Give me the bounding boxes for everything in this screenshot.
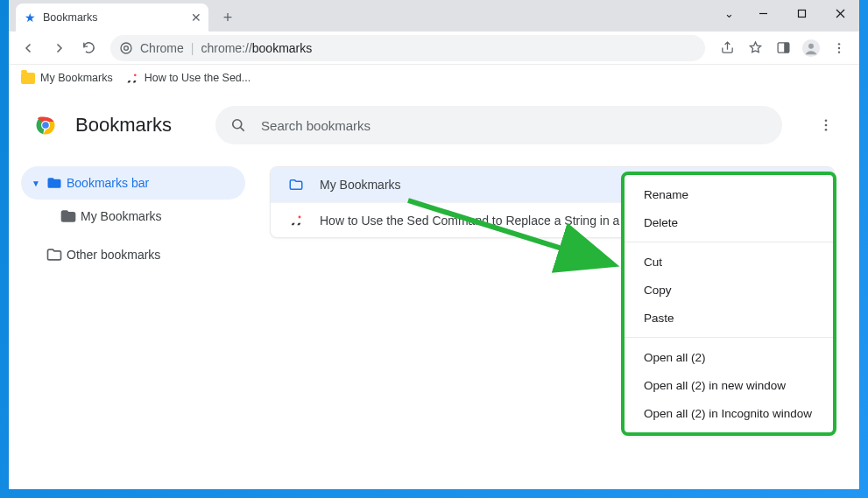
svg-rect-1 xyxy=(798,10,805,17)
tree-item-label: Bookmarks bar xyxy=(67,176,149,190)
close-window-button[interactable] xyxy=(821,0,859,26)
tree-item-label: Other bookmarks xyxy=(67,248,160,262)
bookmarks-bar-item[interactable]: My Bookmarks xyxy=(21,71,113,85)
tab-search-chevron-icon[interactable]: ⌄ xyxy=(714,0,744,26)
browser-window: ★ Bookmarks ✕ + ⌄ xyxy=(9,0,859,489)
tab-title: Bookmarks xyxy=(43,11,98,24)
tree-item-other-bookmarks[interactable]: Other bookmarks xyxy=(21,238,245,271)
forward-button[interactable] xyxy=(46,35,72,61)
svg-point-9 xyxy=(808,43,814,48)
menu-item-rename[interactable]: Rename xyxy=(625,180,833,208)
menu-separator xyxy=(625,242,833,242)
svg-point-13 xyxy=(134,74,137,76)
browser-tab[interactable]: ★ Bookmarks ✕ xyxy=(16,4,208,32)
svg-rect-7 xyxy=(784,43,789,53)
svg-point-22 xyxy=(299,215,301,218)
chrome-logo-icon xyxy=(33,113,58,137)
bookmarks-bar-item-label: My Bookmarks xyxy=(40,72,113,84)
page-title: Bookmarks xyxy=(75,114,172,137)
svg-point-11 xyxy=(838,46,840,48)
menu-item-paste[interactable]: Paste xyxy=(625,304,833,332)
svg-point-19 xyxy=(825,119,828,122)
page-favicon-icon xyxy=(125,71,139,85)
bookmarks-bar: My Bookmarks How to Use the Sed... xyxy=(9,65,859,91)
chrome-url-icon xyxy=(119,41,133,55)
bookmarks-bar-item-label: How to Use the Sed... xyxy=(145,72,251,84)
bookmark-row-label: My Bookmarks xyxy=(320,178,401,192)
close-tab-icon[interactable]: ✕ xyxy=(191,11,201,25)
reload-button[interactable] xyxy=(75,35,102,61)
omnibox-url: chrome://bookmarks xyxy=(201,41,312,55)
menu-item-delete[interactable]: Delete xyxy=(625,208,833,236)
tree-item-label: My Bookmarks xyxy=(81,209,162,223)
svg-point-20 xyxy=(825,124,828,127)
maximize-button[interactable] xyxy=(782,0,821,26)
tree-item-my-bookmarks[interactable]: My Bookmarks xyxy=(21,200,245,233)
svg-point-4 xyxy=(121,43,131,53)
page-favicon-icon xyxy=(288,214,304,228)
menu-item-copy[interactable]: Copy xyxy=(625,276,833,304)
minimize-button[interactable] xyxy=(744,0,782,26)
app-header: Bookmarks Search bookmarks xyxy=(9,98,859,152)
share-icon[interactable] xyxy=(714,35,740,61)
svg-point-17 xyxy=(233,120,242,129)
svg-point-10 xyxy=(838,43,840,45)
bookmarks-bar-item[interactable]: How to Use the Sed... xyxy=(125,71,251,85)
search-placeholder: Search bookmarks xyxy=(261,118,370,133)
tab-strip: ★ Bookmarks ✕ + ⌄ xyxy=(9,0,859,32)
search-icon xyxy=(229,116,247,134)
tree-item-bookmarks-bar[interactable]: ▼ Bookmarks bar xyxy=(21,166,245,200)
folder-icon xyxy=(60,207,81,225)
omnibox-separator: | xyxy=(191,41,194,55)
browser-toolbar: Chrome | chrome://bookmarks xyxy=(9,32,859,65)
menu-item-open-all-new-window[interactable]: Open all (2) in new window xyxy=(625,371,833,399)
svg-line-18 xyxy=(241,128,244,131)
menu-item-cut[interactable]: Cut xyxy=(625,248,833,276)
svg-point-21 xyxy=(825,129,828,131)
folder-tree: ▼ Bookmarks bar My Bookmarks xyxy=(9,161,261,489)
profile-avatar-icon[interactable] xyxy=(798,35,824,61)
window-controls: ⌄ xyxy=(714,0,859,26)
menu-item-open-all-incognito[interactable]: Open all (2) in Incognito window xyxy=(625,399,833,427)
menu-item-open-all[interactable]: Open all (2) xyxy=(625,343,833,371)
search-input[interactable]: Search bookmarks xyxy=(215,106,782,144)
folder-icon xyxy=(46,246,67,263)
folder-icon xyxy=(21,71,35,85)
new-tab-button[interactable]: + xyxy=(215,5,240,30)
bookmark-star-icon: ★ xyxy=(25,11,36,25)
omnibox-label: Chrome xyxy=(140,41,184,55)
side-panel-icon[interactable] xyxy=(770,35,796,61)
address-bar[interactable]: Chrome | chrome://bookmarks xyxy=(110,35,705,61)
folder-icon xyxy=(46,174,67,192)
collapse-arrow-icon[interactable]: ▼ xyxy=(26,179,46,188)
back-button[interactable] xyxy=(16,35,42,61)
menu-separator xyxy=(625,337,833,338)
organize-menu-button[interactable] xyxy=(810,109,842,141)
bookmark-star-button[interactable] xyxy=(742,35,768,61)
svg-point-12 xyxy=(838,51,840,53)
context-menu: Rename Delete Cut Copy Paste Open all (2… xyxy=(625,175,833,432)
chrome-menu-icon[interactable] xyxy=(826,35,852,61)
svg-point-16 xyxy=(42,122,49,129)
bookmark-row-label: How to Use the Sed Command to Replace a … xyxy=(320,214,643,228)
folder-icon xyxy=(288,176,304,193)
svg-point-5 xyxy=(124,46,129,50)
